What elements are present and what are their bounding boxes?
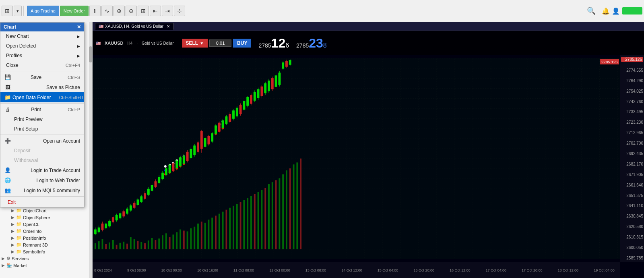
svg-rect-177	[250, 95, 252, 104]
svg-rect-78	[122, 212, 125, 217]
svg-rect-34	[208, 220, 209, 249]
time-label: 15 Oct 04:00	[378, 268, 398, 272]
svg-rect-110	[169, 165, 171, 173]
menu-close-btn[interactable]: ✕	[77, 24, 81, 30]
chart-tab-xauusd[interactable]: 🇺🇸 XAUUSD, H4. Gold vs US Dollar ✕	[95, 23, 173, 30]
chart-tab-close-icon[interactable]: ✕	[167, 24, 170, 29]
sell-price-large: 12	[271, 37, 286, 50]
tree-item-objectsphere[interactable]: ▶ 📁 ObjectSphere	[0, 214, 92, 221]
print-icon: 🖨	[4, 106, 11, 112]
svg-rect-82	[130, 205, 132, 211]
svg-rect-90	[144, 193, 146, 199]
svg-rect-136	[193, 145, 196, 155]
svg-rect-163	[225, 116, 227, 124]
svg-rect-13	[134, 239, 135, 249]
lot-input[interactable]	[209, 39, 231, 47]
candlestick-canvas[interactable]: 2785.126	[93, 55, 620, 262]
menu-item-new-chart[interactable]: New Chart ▶	[0, 31, 84, 41]
grid-btn[interactable]: ⊞	[138, 6, 149, 16]
menu-item-login-trade[interactable]: 👤 Login to Trade Account	[0, 165, 84, 175]
instrument-separator: ·	[136, 41, 138, 46]
svg-rect-70	[108, 221, 111, 226]
top-toolbar: ⊞ ▾ Algo Trading New Order ⫿ ∿ ⊕ ⊖ ⊞ ⇤ ⇥…	[0, 0, 644, 22]
menu-item-login-web[interactable]: 🌐 Login to Web Trader	[0, 175, 84, 185]
zoom-out-btn[interactable]: ⊖	[126, 6, 137, 16]
sidebar-scrollbar[interactable]	[89, 22, 92, 278]
instrument-description: Gold vs US Dollar	[142, 41, 173, 46]
svg-rect-144	[207, 136, 210, 145]
tree-item-market[interactable]: ▶ 🏪 Market	[0, 262, 92, 269]
menu-item-open-deleted[interactable]: Open Deleted ▶	[0, 41, 84, 51]
price-label-17: 2610.315	[621, 235, 643, 239]
new-order-button[interactable]: New Order	[60, 6, 89, 16]
chart-area[interactable]: 🇺🇸 XAUUSD, H4. Gold vs US Dollar ✕ 🇺🇸 XA…	[93, 22, 644, 278]
menu-item-login-mql5[interactable]: 👥 Login to MQL5.community	[0, 185, 84, 195]
save-icon: 💾	[4, 74, 11, 80]
svg-rect-175	[246, 97, 249, 106]
toolbar-dropdown[interactable]: ▾	[14, 6, 22, 16]
svg-rect-54	[279, 178, 280, 249]
tree-item-services[interactable]: ▶ ⚙ Services	[0, 255, 92, 262]
svg-rect-49	[261, 190, 262, 249]
svg-rect-86	[136, 199, 139, 205]
tree-item-objectchart[interactable]: ▶ 📁 ObjectChart	[0, 207, 92, 214]
instrument-symbol-label: XAUUSD	[105, 41, 123, 46]
menu-item-open-data-folder[interactable]: 📁 Open Data Folder Ctrl+Shift+D	[0, 92, 84, 102]
menu-title: Chart	[4, 24, 16, 30]
price-label-14: 2641.110	[621, 203, 643, 208]
buy-button[interactable]: BUY	[233, 39, 251, 48]
svg-rect-38	[222, 212, 224, 249]
chart-tab-bar: 🇺🇸 XAUUSD, H4. Gold vs US Dollar ✕	[93, 22, 644, 31]
scroll-right-btn[interactable]: ⇥	[162, 6, 173, 16]
zoom-in-btn[interactable]: ⊕	[114, 6, 125, 16]
chart-svg: 2785.126	[93, 55, 620, 262]
svg-rect-140	[200, 131, 203, 149]
account-icon[interactable]: 👤	[612, 7, 620, 15]
menu-item-save-as-picture[interactable]: 🖼 Save as Picture	[0, 82, 84, 92]
menu-item-print-preview[interactable]: Print Preview	[0, 114, 84, 124]
svg-rect-179	[254, 92, 256, 101]
crosshair-btn[interactable]: ⊹	[174, 6, 185, 16]
instrument-header: 🇺🇸 XAUUSD H4 · Gold vs US Dollar SELL ▼ …	[93, 31, 644, 55]
notification-icon[interactable]: 🔔	[602, 7, 610, 15]
tree-item-symbolinfo[interactable]: ▶ 📁 SymbolInfo	[0, 248, 92, 255]
tree-item-positioninfo[interactable]: ▶ 📁 PositionInfo	[0, 234, 92, 241]
svg-rect-197	[285, 61, 288, 67]
price-label-12: 2661.640	[621, 183, 643, 187]
tree-item-orderinfo[interactable]: ▶ 📁 OrderInfo	[0, 228, 92, 234]
svg-rect-32	[201, 222, 202, 249]
price-label-3: 2754.025	[621, 89, 643, 93]
sell-price-prefix: 2785	[258, 42, 271, 49]
svg-rect-44	[243, 200, 245, 249]
scrollbar-thumb[interactable]	[89, 46, 92, 62]
left-sidebar: Chart ✕ New Chart ▶ Open Deleted ▶ Profi…	[0, 22, 93, 278]
svg-rect-26	[180, 229, 181, 249]
menu-item-open-account[interactable]: ➕ Open an Account	[0, 136, 84, 146]
nav-icon-btn[interactable]: ⊞	[2, 6, 13, 16]
sell-button[interactable]: SELL ▼	[182, 39, 208, 48]
depth-icon-btn[interactable]: ⫿	[89, 6, 101, 16]
menu-item-close[interactable]: Close Ctrl+F4	[0, 60, 84, 70]
price-label-13: 2651.375	[621, 193, 643, 198]
folder-icon: 📁	[16, 222, 22, 227]
svg-rect-52	[272, 182, 273, 249]
scroll-left-btn[interactable]: ⇤	[150, 6, 161, 16]
tree-item-remnant3d[interactable]: ▶ 📁 Remnant 3D	[0, 241, 92, 248]
menu-item-print-setup[interactable]: Print Setup	[0, 124, 84, 134]
search-icon[interactable]: 🔍	[587, 6, 596, 15]
algo-trading-button[interactable]: Algo Trading	[27, 6, 59, 16]
menu-item-print[interactable]: 🖨 Print Ctrl+P	[0, 104, 84, 114]
sell-price-super: 6	[285, 42, 289, 49]
svg-rect-94	[151, 185, 153, 191]
svg-rect-14	[137, 241, 138, 249]
tree-item-opencl[interactable]: ▶ 📁 OpenCL	[0, 221, 92, 228]
svg-rect-138	[197, 142, 199, 151]
menu-item-save[interactable]: 💾 Save Ctrl+S	[0, 72, 84, 82]
menu-item-profiles[interactable]: Profiles ▶	[0, 51, 84, 60]
svg-rect-9	[119, 243, 121, 249]
svg-text:2785.126: 2785.126	[601, 60, 618, 64]
svg-rect-43	[240, 202, 242, 249]
menu-item-exit[interactable]: Exit	[0, 197, 84, 207]
svg-rect-66	[101, 224, 104, 230]
line-chart-btn[interactable]: ∿	[101, 6, 113, 16]
